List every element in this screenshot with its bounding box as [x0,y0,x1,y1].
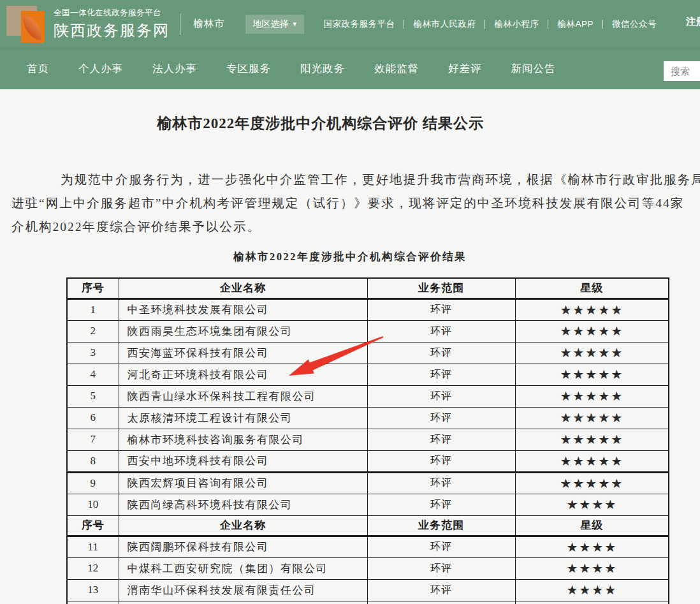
cell-scope: 环评 [367,385,515,407]
cell-no [67,601,119,604]
site-header: 全国一体化在线政务服务平台 陕西政务服务网 榆林市 地区选择 ▾ 国家政务服务平… [0,0,700,48]
table-row: 2陕西雨昊生态环境集团有限公司环评★★★★★ [67,320,669,342]
page-title: 榆林市2022年度涉批中介机构综合评价 结果公示 [0,114,641,133]
header-divider [180,13,180,35]
cell-scope: 环评 [367,472,515,494]
table-header-row: 序号企业名称业务范围星级 [67,515,669,536]
cell-no: 1 [67,298,119,320]
logo-front-square [21,11,45,43]
header-link[interactable]: 微信公众号 [612,18,657,30]
table-row: 10陕西尚绿高科环境科技有限公司环评★★★★ [67,494,669,515]
table-row: 7榆林市环境科技咨询服务有限公司环评★★★★★ [67,429,669,450]
table-row: 3西安海蓝环保科技有限公司环评★★★★★ [67,342,669,364]
cell-no: 8 [67,450,119,472]
paragraph-line: 介机构2022年度综合评价结果予以公示。 [0,215,700,239]
cell-scope: 环评 [367,450,515,472]
table-row: 13渭南华山环保科技发展有限责任公司环评★★★★ [67,579,669,601]
cell-stars: ★★★★ [515,536,669,557]
announcement-paragraph: 为规范中介服务行为，进一步强化中介监管工作，更好地提升我市营商环境，根据《榆林市… [0,168,700,239]
cell-stars: ★★★★★ [515,364,669,385]
cell-scope: 环评 [367,342,515,364]
cell-name: 榆林市环境科技咨询服务有限公司 [119,429,367,450]
table-row: 12中煤科工西安研究院（集团）有限公司环评★★★★ [67,557,669,579]
link-separator [548,20,548,29]
table-row: 11陕西阔鹏环保科技有限公司环评★★★★ [67,536,669,557]
nav-item[interactable]: 个人办事 [78,62,123,76]
rating-table: 序号企业名称业务范围星级1中圣环境科技发展有限公司环评★★★★★2陕西雨昊生态环… [66,277,669,604]
site-name: 陕西政务服务网 [54,20,170,41]
nav-item[interactable]: 好差评 [448,62,482,76]
register-link[interactable]: 注册 [686,15,700,29]
link-separator [485,20,485,29]
chevron-down-icon: ▾ [293,20,297,27]
cell-no: 2 [67,320,119,342]
cell-stars: ★★★★★ [515,450,669,472]
cell-scope: 环评 [367,407,515,429]
cell-scope: 环评 [367,536,515,557]
cell-scope: 环评 [367,364,515,385]
current-city-label: 榆林市 [193,17,225,31]
header-link[interactable]: 榆林市人民政府 [413,18,476,30]
cell-scope: 环评 [367,429,515,450]
cell-stars: ★★★★★ [515,298,669,320]
cell-name: 陕西宏辉项目咨询有限公司 [119,472,367,494]
cell-scope: 环评 [367,320,515,342]
nav-item[interactable]: 法人办事 [152,62,197,76]
table-row: 8西安中地环境科技有限公司环评★★★★★ [67,450,669,472]
cell-scope: 环评 [367,579,515,601]
cell-name [119,601,367,604]
cell-name: 陕西阔鹏环保科技有限公司 [119,536,367,557]
cell-stars: ★★★★ [515,494,669,515]
cell-name: 中圣环境科技发展有限公司 [119,298,367,320]
table-row: 5陕西青山绿水环保科技工程有限公司环评★★★★★ [67,385,669,407]
cell-no: 4 [67,364,119,385]
nav-item[interactable]: 首页 [27,62,49,76]
search-input[interactable] [664,61,700,81]
cell-stars: ★★★★★ [515,385,669,407]
region-selector-label: 地区选择 [253,18,289,30]
cell-no: 9 [67,472,119,494]
region-selector-button[interactable]: 地区选择 ▾ [245,15,305,34]
cell-stars [515,601,669,604]
header-link[interactable]: 榆林小程序 [494,18,539,30]
cell-scope: 环评 [367,494,515,515]
column-header: 业务范围 [367,278,515,298]
column-header: 序号 [67,515,119,536]
cell-no: 7 [67,429,119,450]
cell-name: 渭南华山环保科技发展有限责任公司 [119,579,367,601]
cell-scope: 环评 [367,557,515,579]
nav-item[interactable]: 效能监督 [374,62,419,76]
column-header: 星级 [515,278,669,298]
cell-scope [367,601,515,604]
platform-label: 全国一体化在线政务服务平台 [54,8,170,18]
cell-stars: ★★★★★ [515,472,669,494]
nav-item[interactable]: 新闻公告 [511,62,556,76]
column-header: 业务范围 [367,515,515,536]
cell-stars: ★★★★ [515,557,669,579]
nav-item[interactable]: 阳光政务 [300,62,345,76]
cell-name: 河北奇正环境科技有限公司 [119,364,367,385]
cell-name: 中煤科工西安研究院（集团）有限公司 [119,557,367,579]
cell-no: 11 [67,536,119,557]
leaf-icon [23,15,41,40]
cell-no: 13 [67,579,119,601]
cell-no: 3 [67,342,119,364]
cell-scope: 环评 [367,298,515,320]
cell-name: 太原核清环境工程设计有限公司 [119,407,367,429]
cell-stars: ★★★★ [515,579,669,601]
table-row: 4河北奇正环境科技有限公司环评★★★★★ [67,364,669,385]
cell-no: 5 [67,385,119,407]
nav-item[interactable]: 专区服务 [226,62,271,76]
cell-name: 西安海蓝环保科技有限公司 [119,342,367,364]
link-separator [404,20,404,29]
cell-stars: ★★★★★ [515,407,669,429]
cell-no: 6 [67,407,119,429]
announcement-content: 榆林市2022年度涉批中介机构综合评价 结果公示 为规范中介服务行为，进一步强化… [0,114,700,604]
column-header: 企业名称 [119,278,367,298]
header-link[interactable]: 国家政务服务平台 [323,18,395,30]
header-link[interactable]: 榆林APP [557,18,594,30]
paragraph-line: 为规范中介服务行为，进一步强化中介监管工作，更好地提升我市营商环境，根据《榆林市… [0,168,700,191]
table-row: 6太原核清环境工程设计有限公司环评★★★★★ [67,407,669,429]
table-caption: 榆林市2022年度涉批中介机构综合评价结果 [0,250,700,264]
cell-stars: ★★★★★ [515,429,669,450]
